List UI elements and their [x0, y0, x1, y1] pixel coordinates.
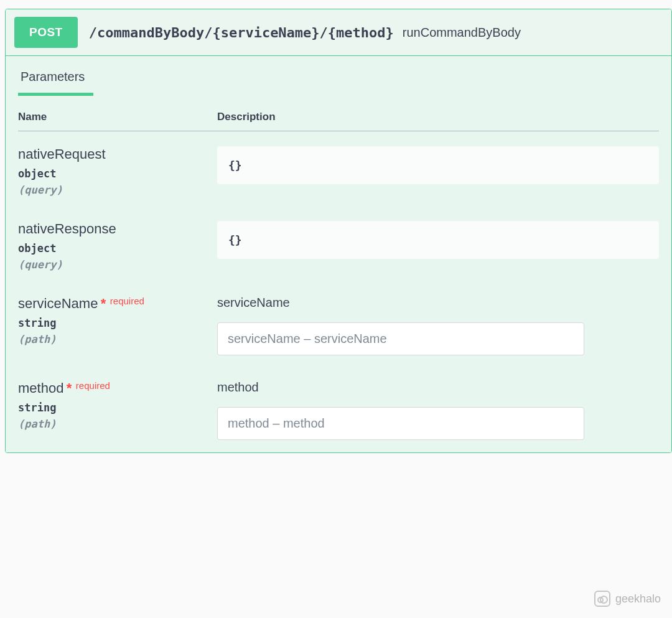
operation-body: Parameters Name Description nativeReques…: [6, 56, 671, 452]
required-label: required: [76, 380, 110, 391]
param-name: serviceName: [18, 296, 98, 311]
param-name-cell: serviceName * required string (path): [18, 296, 217, 355]
param-in: (path): [18, 333, 217, 345]
param-type: object: [18, 242, 217, 255]
param-in: (query): [18, 184, 217, 196]
param-name: nativeResponse: [18, 221, 116, 236]
tab-parameters[interactable]: Parameters: [18, 56, 93, 96]
param-name: nativeRequest: [18, 146, 106, 162]
required-star-icon: *: [101, 296, 106, 311]
table-row: serviceName * required string (path) ser…: [18, 296, 659, 355]
param-type: string: [18, 317, 217, 329]
param-desc-cell: serviceName: [217, 296, 659, 355]
column-header-name: Name: [18, 111, 217, 123]
table-row: nativeResponse object (query) {}: [18, 221, 659, 271]
param-desc-cell: {}: [217, 221, 659, 271]
param-desc-cell: {}: [217, 146, 659, 196]
required-star-icon: *: [67, 380, 72, 396]
param-name: method: [18, 380, 63, 396]
column-header-description: Description: [217, 111, 659, 123]
parameters-table: Name Description nativeRequest object (q…: [6, 96, 671, 452]
table-row: method * required string (path) method: [18, 380, 659, 440]
http-method-badge: POST: [14, 17, 78, 48]
param-description: serviceName: [217, 296, 659, 310]
operation-block: POST /commandByBody/{serviceName}/{metho…: [5, 9, 672, 453]
param-type: object: [18, 167, 217, 180]
param-name-cell: nativeRequest object (query): [18, 146, 217, 196]
servicename-input[interactable]: [217, 322, 584, 355]
required-label: required: [110, 296, 144, 306]
method-input[interactable]: [217, 407, 584, 440]
example-json: {}: [217, 146, 659, 184]
operation-path: /commandByBody/{serviceName}/{method}: [89, 25, 394, 40]
operation-description: runCommandByBody: [403, 26, 521, 40]
tabs: Parameters: [6, 56, 671, 96]
param-description: method: [217, 380, 659, 395]
param-type: string: [18, 401, 217, 414]
param-in: (path): [18, 418, 217, 430]
example-json: {}: [217, 221, 659, 259]
table-header: Name Description: [18, 111, 659, 131]
table-row: nativeRequest object (query) {}: [18, 146, 659, 196]
operation-summary[interactable]: POST /commandByBody/{serviceName}/{metho…: [6, 9, 671, 56]
param-name-cell: method * required string (path): [18, 380, 217, 440]
param-desc-cell: method: [217, 380, 659, 440]
param-name-cell: nativeResponse object (query): [18, 221, 217, 271]
param-in: (query): [18, 258, 217, 271]
